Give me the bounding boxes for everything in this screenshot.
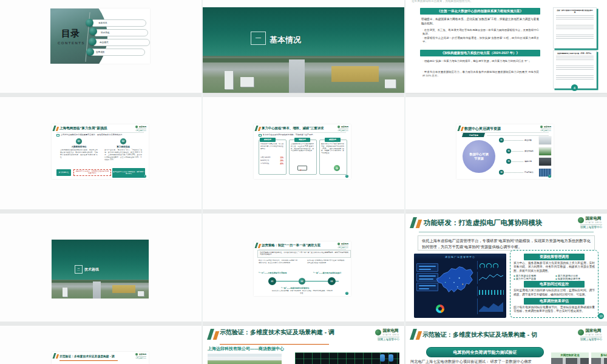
state-grid-logo: 国家电网 STATE GRID 国网上海营管中心 [578,216,602,229]
toc-item-2-label: 技术路线 [95,32,109,34]
logo-brand-en: STATE GRID [585,221,602,224]
section-number: 二 [77,268,80,271]
policy-doc-thumbnail-2[interactable]: 加快构建新型电力系统行动方案（2024－2027年） [553,50,597,89]
demand-text-2: 上海要求对数据中心能耗指标严格管控，存量机房 PUE 亟需下降，能效提升成为刚性… [291,143,314,152]
road [93,281,101,298]
section-number-box: 一 [251,32,266,45]
demand-tab-3: 减碳诉求 [325,138,341,142]
photo-storage-container [539,158,551,166]
corner-accent-orange [56,127,59,131]
title-underline [220,344,329,345]
slide-demo-1[interactable]: 示范验证：多维度技术实证及场景构建 - 调 国家电网 STATE GRID 国网… [203,326,404,364]
state-grid-logo: 国家电网 国网上海营管中心 [337,243,348,249]
slide-divider-2[interactable]: 二 技术路线 [52,240,149,298]
slide-divider-1[interactable]: 一 基本情况 [203,7,404,93]
resource-label: 柴油发电机 [524,150,534,152]
slide-demo-2[interactable]: 示范验证：多维度技术实证及场景构建 - 切 国家电网 STATE GRID 国网… [405,326,607,364]
logo-brand: 国家电网 [139,126,146,128]
state-grid-logo: 国家电网 国网上海营管中心 [135,353,146,359]
policy-section-1-header: 《全国 一体化大数据中心协同创新体系算力枢纽实施方案》 [420,8,540,15]
corner-accent-orange [416,331,422,340]
policy-lead-line: 近年来国家陆续出台政策，为电算协同指明方向。 [412,0,473,2]
corner-accent-orange [258,244,261,248]
leader-line [512,161,523,162]
center-circle: 数据中心可调节资源 [463,140,495,173]
slide-toc[interactable]: 目录 CONTENTS 基本情况 技术路线 商业模式 应用成效 [50,8,150,64]
feature-bullet: 电算协同建议调节量 [555,277,595,280]
section-number: 一 [256,34,262,42]
strategy-paragraph: 执行过程中按调度指令实时调整算力任务与供电策略，保障业务连续性与响应精度。 [307,260,346,264]
slide-policy[interactable]: 近年来国家陆续出台政策，为电算协同指明方向。 《全国 一体化大数据中心协同创新体… [405,0,607,93]
leader-line [504,172,523,173]
strategy-caption-2: “一单”——算力电力调度指令执行 [313,272,341,274]
building [63,288,67,297]
state-grid-emblem-icon [135,126,138,128]
warning-box: 规模化算力负荷接入，对电网安全经济运行的影响亟需研究 [73,169,111,176]
retrofit-image-2: 配电柜改造 [591,352,607,364]
cabinet-photo [591,358,607,364]
logo-dept: 国网上海营管中心 [338,129,349,132]
dashboard-area-chart [477,298,504,314]
header-rule [461,132,549,133]
policy-bullet: 在京津冀、长三角、粤港澳大湾区等地布局建设全国一体化算力网络国家枢纽节点，发展数… [422,29,539,36]
toc-item-4[interactable]: 应用成效 [90,49,145,56]
header-rule [259,249,346,250]
building [385,79,396,88]
state-grid-emblem-icon [375,329,381,335]
row-separator [0,209,607,214]
state-grid-logo: 国家电网 国网上海营管中心 [135,126,146,132]
slide-challenge[interactable]: 上海电网面临“算力负荷”新挑战 国家电网 国网上海营管中心 上海作为全国数据中心… [52,124,149,179]
resources-tab: 可调节资源 [462,133,485,137]
building [138,291,144,296]
intro-line: 上海作为全国数据中心枢纽重要节点城市，面临着新型算力负荷挑战巨大。 [56,133,141,136]
doc-text-lines [556,15,594,41]
doc-text-lines [556,56,594,79]
toc-bullet-circle-icon [86,48,94,56]
slide-strategy[interactable]: 运营策略：制定“一日一单一体”调控方案 国家电网 国网上海营管中心 为适应各类灵… [254,241,351,296]
building [225,71,233,89]
test-pill: 电算协同全负荷调节能力测试验证 [426,347,544,357]
slide-title: 示范验证：多维度技术实证及场景构建 - 切 [422,331,599,339]
feature-1-header: 资源统筹管理调用 [524,254,585,260]
teal-overlay [52,240,149,280]
logo-dept: 国网上海营管中心 [580,224,602,229]
demand-text-3: 国家对数据中心“双碳”要求不断升级，严控能耗强度与电源结构（PUE），逐步实现低… [321,143,344,155]
logo-brand: 国家电网 [544,126,551,128]
feature-3-text: 统计每次电算协同响应电量或节约、需求响应收益及降碳减排量等指标，生成调控效果评估… [514,306,595,314]
intro-line: 算力中心在发展过程中面临降本增效、节能降碳等生产需求。 [259,133,344,136]
state-grid-logo: 国家电网 STATE GRID 国网上海营管中心 [578,328,602,341]
toc-item-3[interactable]: 商业模式 [93,39,150,46]
toc-item-2[interactable]: 技术路线 [95,29,148,36]
logo-brand: 国家电网 [382,328,398,334]
toc-title: 目录 [61,28,80,39]
slide-demands[interactable]: 算力中心面临“降本、增效、减碳”三重诉求 国家电网 国网上海营管中心 算力中心在… [254,124,351,179]
policy-section-1-paragraph: 明确提出，构建国家算力网络体系，启动实施“东数西算”工程，探索建立跨地区算力调度… [421,18,539,26]
feature-1-bullets: 算力资源全景视图 算力资源统计分析 算力中心用户画像 电算协同建议调节量 [514,274,595,280]
strategy-paragraph: 响应结束后自动归集电量、收益与降碳数据，形成评估报告，持续优化调控策略，实现闭环… [272,290,333,294]
slide-rnd[interactable]: 功能研发：打造虚拟电厂电算协同模块 国家电网 STATE GRID 国网上海营管… [405,214,607,322]
cabinet-photo [551,358,589,364]
policy-doc-thumbnail-1[interactable]: 全国一体化大数据中心协同创新体系算力枢纽实施方案 [553,7,597,49]
strategy-caption-1: “一日”——日前负荷调节计划申报 [259,272,287,274]
feature-2-text: 实时监测电力算力协同参与响应的全过程，监测响应时间、调节精度、调节速率等关键指标… [514,289,595,297]
toc-item-1[interactable]: 基本情况 [92,19,146,27]
resource-number: 04 [499,170,504,175]
resource-number: 02 [506,149,511,153]
state-grid-emblem-icon [337,126,340,128]
slide-resources[interactable]: 数据中心灵活调节资源 国家电网 国网上海营管中心 可调节资源 数据中心可调节资源… [456,124,554,179]
slide-demo-3[interactable]: 示范验证：多维度技术实证及场景构建 - 调 国家电网 国网上海营管中心 [52,352,149,364]
toc-bullet-circle-icon [89,38,97,46]
policy-bullet: 要求充分激发需求侧响应活力，着力推动具备条件的典型地区需求侧响应能力达到最大 用… [422,70,539,78]
header-rule [419,232,594,232]
corner-accent-orange [56,354,59,359]
state-grid-emblem-icon [540,126,543,128]
retrofit-image-1: 并网控制柜改造 [551,352,589,364]
logo-brand: 国家电网 [139,353,146,356]
corner-accent-orange [213,331,220,340]
field [331,66,379,82]
slide-grid-page: 目录 CONTENTS 基本情况 技术路线 商业模式 应用成效 一 基本情况 近… [0,0,607,364]
resources-tab-label: 可调节资源 [469,134,478,136]
demo-subtitle: 上海达卯科技有限公司——商汤数据中心 [208,346,284,352]
row-separator [0,322,607,326]
state-grid-emblem-icon [578,217,584,223]
